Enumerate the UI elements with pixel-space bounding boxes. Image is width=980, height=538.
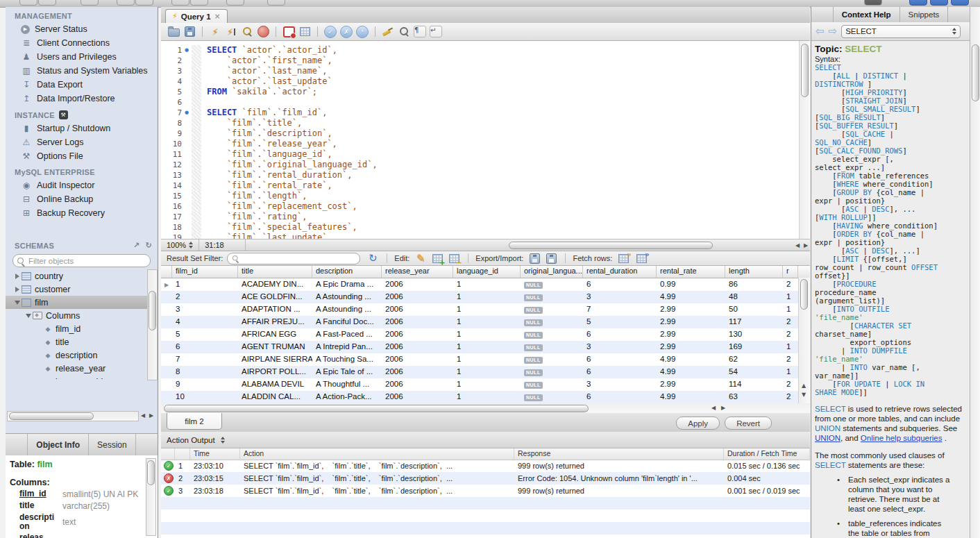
grid-cell[interactable]: 4 [172,316,238,328]
grid-cell[interactable]: 2.99 [657,341,725,353]
grid-cell[interactable]: 1 [783,341,798,353]
grid-cell[interactable]: AIRPORT POLL... [238,366,312,378]
grid-header-r[interactable]: r [783,266,798,278]
scroll-left-icon[interactable]: ◀ [709,404,718,412]
grid-cell[interactable]: 63 [725,391,783,403]
toolbar-icon[interactable] [171,0,189,6]
sidebar-item-backup-recovery[interactable]: ⊞Backup Recovery [6,206,158,220]
grid-cell[interactable]: 2006 [382,328,453,341]
help-back-icon[interactable]: ⇦ [816,25,825,37]
tree-node-country[interactable]: country [6,269,148,283]
grid-cell[interactable]: NULL [521,378,583,391]
grid-cell[interactable]: 2006 [382,291,453,303]
grid-cell[interactable]: 0.99 [657,278,725,291]
wrap-text-icon[interactable]: ↵ [429,26,443,38]
sidebar-item-status-and-system-variables[interactable]: ▥Status and System Variables [6,64,158,78]
export-records-icon[interactable] [527,252,541,264]
insert-row-icon[interactable] [430,252,444,264]
grid-cell[interactable]: 3 [583,291,657,303]
sidebar-toggle-icon[interactable] [909,0,927,6]
tree-node-language-id[interactable]: ◆language_id [6,375,148,379]
grid-cell[interactable]: A Astounding ... [312,303,382,316]
grid-row[interactable]: 5AFRICAN EGGA Fast-Paced ...20061NULL62.… [161,328,810,341]
grid-cell[interactable]: 2 [783,353,798,366]
tree-node-customer[interactable]: customer [6,283,148,296]
tree-node-film[interactable]: film [6,296,148,309]
grid-cell[interactable]: 1 [453,291,521,303]
help-link[interactable]: Online help subqueries [861,434,943,442]
grid-cell[interactable]: 4.99 [657,291,725,303]
action-header-action[interactable]: Action [240,448,514,460]
grid-row[interactable]: 3ADAPTATION ...A Astounding ...20061NULL… [161,303,810,316]
toolbar-icon[interactable] [38,0,56,6]
grid-row[interactable]: 7AIRPLANE SIERRAA Touching Sa...20061NUL… [161,353,810,366]
grid-row[interactable]: 9ALABAMA DEVILA Thoughtful ...20061NULL3… [161,378,810,391]
sidebar-item-client-connections[interactable]: ≣Client Connections [6,36,158,50]
grid-cell[interactable]: NULL [521,353,583,366]
grid-cell[interactable]: 86 [725,278,783,291]
grid-cell[interactable]: 1 [783,303,798,316]
grid-cell[interactable]: 3 [583,341,657,353]
grid-row[interactable]: ▶1ACADEMY DIN...A Epic Drama ...20061NUL… [161,278,810,291]
editor-vscrollbar[interactable] [799,41,810,239]
grid-header-rental-rate[interactable]: rental_rate [657,266,725,278]
fetch-all-icon[interactable] [634,252,648,264]
grid-cell[interactable]: 48 [725,291,783,303]
grid-cell[interactable]: 2006 [382,353,453,366]
grid-cell[interactable]: NULL [521,391,583,403]
edit-record-icon[interactable]: ✎ [414,252,428,264]
expand-icon[interactable] [12,287,22,292]
toggle-stop-on-error-icon[interactable] [282,26,296,38]
explain-icon[interactable] [240,26,254,38]
grid-cell[interactable]: 5 [583,316,657,328]
grid-cell[interactable]: A Thoughtful ... [312,378,382,391]
scroll-left-icon[interactable]: ◀ [139,412,147,419]
grid-row[interactable]: 2ACE GOLDFIN...A Astounding ...20061NULL… [161,291,810,303]
toolbar-icon[interactable] [864,0,882,6]
sidebar-item-online-backup[interactable]: ⊟Online Backup [6,192,158,206]
tab-session[interactable]: Session [88,434,136,456]
help-vscrollbar[interactable] [970,7,980,538]
grid-header-description[interactable]: description [312,266,382,278]
grid-cell[interactable]: 2006 [382,378,453,391]
grid-cell[interactable]: ALABAMA DEVIL [238,378,312,391]
grid-cell[interactable]: A Touching Sa... [312,353,382,366]
grid-cell[interactable]: 1 [783,366,798,378]
execute-icon[interactable]: ⚡ [208,26,222,38]
delete-row-icon[interactable] [447,252,461,264]
scroll-left-icon[interactable]: ◀ [793,242,802,249]
grid-cell[interactable]: 1 [453,378,521,391]
grid-cell[interactable]: 5 [172,328,238,341]
grid-cell[interactable]: 2006 [382,316,453,328]
grid-cell[interactable]: 130 [725,328,783,341]
toolbar-icon[interactable] [81,0,99,6]
output-toggle-icon[interactable] [930,0,948,6]
grid-cell[interactable]: 2.99 [657,303,725,316]
grid-cell[interactable]: NULL [521,291,583,303]
grid-cell[interactable]: 3 [583,378,657,391]
grid-cell[interactable]: A Intrepid Pan... [312,341,382,353]
grid-cell[interactable]: 6 [583,278,657,291]
grid-cell[interactable]: NULL [521,303,583,316]
stop-icon[interactable] [256,26,270,38]
grid-cell[interactable]: 7 [583,303,657,316]
scroll-right-icon[interactable]: ▶ [147,412,155,419]
grid-cell[interactable]: 2006 [382,303,453,316]
grid-cell[interactable]: NULL [521,366,583,378]
editor-hscrollbar[interactable] [246,239,793,251]
grid-cell[interactable]: 6 [583,391,657,403]
open-script-icon[interactable] [167,26,180,38]
grid-cell[interactable]: NULL [521,278,583,291]
grid-cell[interactable]: AGENT TRUMAN [238,341,312,353]
commit-icon[interactable]: ✓ [323,26,337,38]
tab-snippets[interactable]: Snippets [899,7,949,22]
result-filter-search[interactable] [227,253,360,264]
grid-cell[interactable]: 4.99 [657,391,725,403]
expand-icon[interactable] [12,274,22,279]
zoom-stepper[interactable] [189,242,193,249]
grid-header-length[interactable]: length [725,266,783,278]
help-topic-dropdown[interactable]: SELECT [841,25,961,38]
grid-cell[interactable]: 10 [172,391,238,403]
grid-cell[interactable]: 6 [583,366,657,378]
grid-cell[interactable]: 4.99 [657,366,725,378]
